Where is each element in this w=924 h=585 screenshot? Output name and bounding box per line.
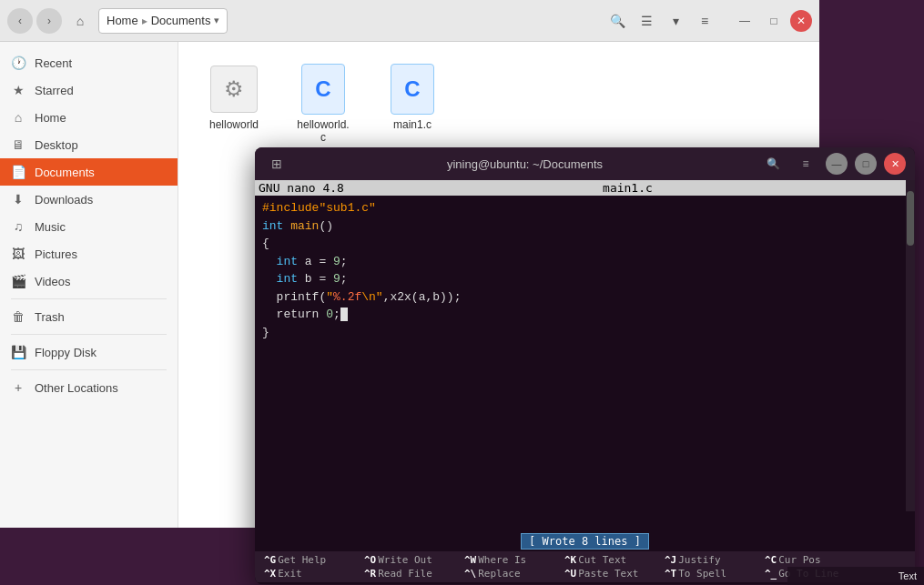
c-file-icon2: C	[391, 64, 434, 115]
shortcut-exit: ^X Exit	[259, 567, 359, 580]
breadcrumb-separator: ▸	[142, 15, 147, 27]
search-button[interactable]: 🔍	[604, 8, 630, 34]
sidebar-item-floppy[interactable]: 💾 Floppy Disk	[0, 338, 178, 366]
sidebar-label-documents: Documents	[35, 166, 95, 179]
nano-status-text: [ Wrote 8 lines ]	[521, 533, 649, 550]
file-item-helloworld-exe[interactable]: ⚙ helloworld	[193, 56, 275, 151]
shortcut-paste-text: ^U Paste Text	[559, 567, 659, 580]
code-line-2: int main()	[262, 217, 908, 236]
shortcut-to-spell: ^T To Spell	[659, 567, 759, 580]
sidebar-label-downloads: Downloads	[35, 193, 93, 207]
videos-icon: 🎬	[11, 274, 25, 288]
sidebar-item-recent[interactable]: 🕐 Recent	[0, 49, 178, 76]
fm-titlebar: ‹ › ⌂ Home ▸ Documents ▾ 🔍 ☰ ▾ ≡ — □ ✕	[0, 0, 819, 42]
terminal-menu-button[interactable]: ≡	[793, 151, 818, 177]
nano-version: GNU nano 4.8	[259, 181, 344, 195]
terminal-title: yining@ubuntu: ~/Documents	[297, 157, 753, 171]
downloads-icon: ⬇	[11, 192, 25, 207]
music-icon: ♫	[11, 219, 25, 234]
terminal-close-button[interactable]: ✕	[884, 153, 906, 175]
sidebar-item-pictures[interactable]: 🖼 Pictures	[0, 240, 178, 267]
pictures-icon: 🖼	[11, 247, 25, 261]
breadcrumb: Home ▸ Documents ▾	[98, 8, 228, 34]
nano-filename: main1.c	[603, 181, 653, 195]
documents-icon: 📄	[11, 165, 25, 179]
code-line-1: #include"sub1.c"	[262, 199, 908, 217]
breadcrumb-dropdown[interactable]: ▾	[214, 15, 219, 26]
sidebar-item-desktop[interactable]: 🖥 Desktop	[0, 131, 178, 158]
sidebar-label-music: Music	[35, 220, 66, 234]
sidebar-divider3	[11, 369, 167, 370]
file-label-helloworld-exe: helloworld	[209, 118, 259, 131]
breadcrumb-documents[interactable]: Documents	[151, 14, 211, 27]
shortcut-where-is: ^W Where Is	[459, 553, 559, 567]
sidebar-divider2	[11, 334, 167, 335]
shortcut-get-help: ^G Get Help	[259, 553, 359, 567]
sidebar-item-music[interactable]: ♫ Music	[0, 213, 178, 240]
file-item-main1-c[interactable]: C main1.c	[371, 56, 453, 151]
sidebar-item-documents[interactable]: 📄 Documents	[0, 158, 178, 186]
breadcrumb-home[interactable]: Home	[107, 14, 138, 27]
minimize-button[interactable]: —	[732, 8, 757, 34]
terminal-scrollbar[interactable]	[906, 180, 915, 511]
floppy-icon: 💾	[11, 345, 25, 359]
list-view-button[interactable]: ☰	[634, 8, 659, 34]
code-line-3: {	[262, 235, 908, 253]
taskbar: Text	[787, 567, 924, 585]
back-button[interactable]: ‹	[7, 8, 33, 34]
file-item-helloworld-c[interactable]: C helloworld.c	[282, 56, 364, 151]
nano-status-message: [ Wrote 8 lines ]	[521, 531, 649, 551]
sidebar-item-other-locations[interactable]: + Other Locations	[0, 374, 178, 401]
sidebar-label-floppy: Floppy Disk	[35, 346, 96, 359]
file-label-main1-c: main1.c	[393, 118, 432, 131]
shortcut-write-out: ^O Write Out	[359, 553, 459, 567]
file-icon-helloworld-exe: ⚙	[208, 64, 259, 115]
sidebar-item-trash[interactable]: 🗑 Trash	[0, 303, 178, 330]
sidebar-label-home: Home	[35, 111, 66, 125]
sidebar-label-other-locations: Other Locations	[35, 381, 118, 395]
terminal-body: GNU nano 4.8 main1.c #include"sub1.c" in…	[255, 180, 915, 584]
file-icon-main1-c: C	[387, 64, 438, 115]
nano-header: GNU nano 4.8 main1.c	[255, 180, 915, 196]
starred-icon: ★	[11, 83, 25, 97]
sidebar-divider	[11, 298, 167, 299]
code-line-7: return 0;	[262, 306, 908, 324]
terminal-embed-icon[interactable]: ⊞	[264, 151, 289, 177]
gear-icon: ⚙	[210, 66, 258, 113]
sidebar-item-downloads[interactable]: ⬇ Downloads	[0, 186, 178, 213]
other-locations-icon: +	[11, 380, 25, 395]
sidebar-label-starred: Starred	[35, 84, 74, 97]
file-icon-helloworld-c: C	[298, 64, 349, 115]
terminal-search-button[interactable]: 🔍	[760, 151, 786, 177]
menu-button[interactable]: ≡	[692, 8, 717, 34]
taskbar-label: Text	[899, 570, 917, 581]
scrollbar-thumb[interactable]	[907, 191, 914, 246]
code-line-8: }	[262, 324, 908, 342]
code-line-5: int b = 9;	[262, 270, 908, 288]
sidebar-item-starred[interactable]: ★ Starred	[0, 76, 178, 104]
terminal-maximize-button[interactable]: □	[855, 153, 877, 175]
terminal-minimize-button[interactable]: —	[826, 153, 848, 175]
sidebar-label-recent: Recent	[35, 56, 72, 70]
sidebar-label-trash: Trash	[35, 310, 65, 324]
maximize-button[interactable]: □	[761, 8, 787, 34]
sidebar-item-videos[interactable]: 🎬 Videos	[0, 267, 178, 295]
shortcuts-row-1: ^G Get Help ^O Write Out ^W Where Is ^K …	[259, 553, 911, 567]
forward-button[interactable]: ›	[36, 8, 62, 34]
shortcut-cut-text: ^K Cut Text	[559, 553, 659, 567]
home-icon: ⌂	[11, 110, 25, 125]
sidebar: 🕐 Recent ★ Starred ⌂ Home 🖥 Desktop 📄 Do…	[0, 42, 178, 528]
sidebar-item-home[interactable]: ⌂ Home	[0, 104, 178, 131]
close-button[interactable]: ✕	[790, 10, 812, 32]
shortcut-read-file: ^R Read File	[359, 567, 459, 580]
file-label-helloworld-c: helloworld.c	[297, 118, 349, 144]
view-options-button[interactable]: ▾	[663, 8, 688, 34]
home-icon-button[interactable]: ⌂	[66, 8, 95, 34]
sidebar-label-desktop: Desktop	[35, 138, 78, 152]
sidebar-label-videos: Videos	[35, 275, 71, 288]
terminal-window: ⊞ yining@ubuntu: ~/Documents 🔍 ≡ — □ ✕ G…	[255, 147, 915, 584]
nano-code-area[interactable]: #include"sub1.c" int main() { int a = 9;…	[255, 196, 915, 530]
shortcut-replace: ^\ Replace	[459, 567, 559, 580]
shortcut-justify: ^J Justify	[659, 553, 759, 567]
sidebar-label-pictures: Pictures	[35, 247, 77, 261]
